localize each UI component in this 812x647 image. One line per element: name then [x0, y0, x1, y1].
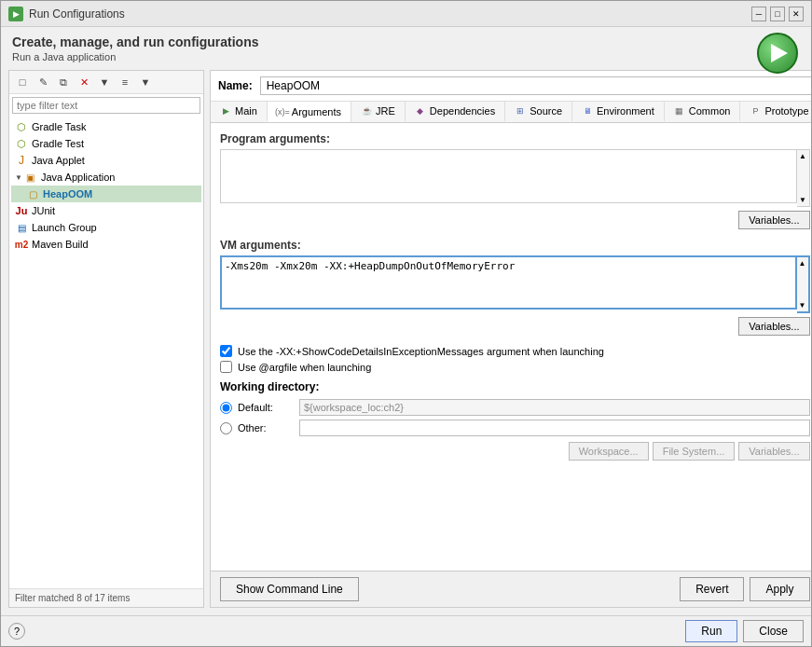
- list-item[interactable]: ⬡ Gradle Task: [11, 118, 201, 135]
- default-radio-row: Default:: [220, 399, 810, 416]
- other-radio[interactable]: [220, 422, 232, 434]
- left-panel: □ ✎ ⧉ ✕ ▼ ≡ ▼ ⬡ Gradle Task ⬡ Gradle Tes…: [8, 70, 204, 608]
- tab-arguments[interactable]: (x)= Arguments: [268, 102, 351, 123]
- list-item[interactable]: Ju JUnit: [11, 202, 201, 219]
- tab-jre[interactable]: ☕ JRE: [351, 102, 406, 122]
- tab-common[interactable]: ▦ Common: [665, 102, 741, 122]
- run-button[interactable]: Run: [685, 620, 737, 642]
- showcode-label: Use the -XX:+ShowCodeDetailsInExceptionM…: [238, 346, 604, 357]
- name-input[interactable]: [260, 76, 811, 95]
- title-bar-left: ▶ Run Configurations: [8, 7, 125, 21]
- run-icon[interactable]: [757, 33, 798, 74]
- delete-button[interactable]: ✕: [75, 73, 93, 91]
- tab-dependencies[interactable]: ◆ Dependencies: [406, 102, 505, 122]
- gradle-icon: ⬡: [15, 120, 28, 133]
- run-configurations-window: ▶ Run Configurations ─ □ ✕ Create, manag…: [0, 0, 812, 647]
- scroll-up-button[interactable]: ▲: [797, 150, 809, 162]
- heap-oom-icon: ▢: [26, 187, 39, 200]
- expand-arrow: ▼: [15, 173, 22, 182]
- tree-item-label: Launch Group: [32, 222, 97, 233]
- tab-source[interactable]: ⊞ Source: [505, 102, 572, 122]
- vm-scroll-up-button[interactable]: ▲: [797, 257, 808, 269]
- help-button[interactable]: ?: [8, 623, 25, 640]
- minimize-button[interactable]: ─: [751, 7, 766, 21]
- right-panel: Name: ▶ Main (x)= Arguments ☕ JRE: [210, 70, 811, 608]
- filter-button[interactable]: ▼: [95, 73, 114, 91]
- default-radio-label: Default:: [238, 402, 294, 413]
- argfile-label: Use @argfile when launching: [238, 362, 371, 373]
- show-command-line-button[interactable]: Show Command Line: [220, 577, 359, 601]
- collapse-button[interactable]: ≡: [116, 73, 134, 91]
- tab-arguments-label: Arguments: [292, 106, 341, 117]
- vm-args-variables-row: Variables...: [220, 317, 810, 336]
- main-tab-icon: ▶: [220, 105, 231, 117]
- name-row: Name:: [211, 71, 811, 102]
- filesystem-button[interactable]: File System...: [653, 442, 736, 461]
- default-dir-input[interactable]: [299, 399, 810, 416]
- window-icon: ▶: [8, 7, 23, 21]
- list-item[interactable]: m2 Maven Build: [11, 236, 201, 253]
- checkbox1-row: Use the -XX:+ShowCodeDetailsInExceptionM…: [220, 345, 810, 357]
- vm-args-label: VM arguments:: [220, 239, 810, 252]
- close-dialog-button[interactable]: Close: [743, 620, 804, 642]
- tab-dependencies-label: Dependencies: [430, 105, 495, 117]
- footer-left: ?: [8, 623, 25, 640]
- list-item[interactable]: ▤ Launch Group: [11, 219, 201, 236]
- argfile-checkbox[interactable]: [220, 361, 232, 373]
- revert-button[interactable]: Revert: [680, 577, 744, 601]
- program-args-variables-row: Variables...: [220, 211, 810, 229]
- maximize-button[interactable]: □: [770, 7, 785, 21]
- right-panel-bottom-bar: Show Command Line Revert Apply: [211, 571, 811, 607]
- showcode-checkbox[interactable]: [220, 345, 232, 357]
- source-tab-icon: ⊞: [515, 105, 526, 117]
- duplicate-button[interactable]: ✎: [34, 73, 52, 91]
- footer-right: Run Close: [685, 620, 804, 642]
- export-button[interactable]: ⧉: [54, 73, 73, 91]
- other-radio-row: Other:: [220, 420, 810, 436]
- list-item[interactable]: ⬡ Gradle Test: [11, 135, 201, 152]
- tab-prototype[interactable]: P Prototype: [740, 102, 811, 122]
- dir-buttons-row: Workspace... File System... Variables...: [220, 442, 810, 461]
- jre-tab-icon: ☕: [361, 105, 372, 117]
- tree-item-label: Gradle Task: [32, 121, 87, 132]
- list-item[interactable]: ▼ ▣ Java Application: [11, 169, 201, 186]
- vm-args-textarea[interactable]: -Xms20m -Xmx20m -XX:+HeapDumpOnOutOfMemo…: [220, 255, 797, 310]
- environment-tab-icon: 🖥: [582, 105, 593, 117]
- program-args-container: ▲ ▼: [220, 149, 810, 207]
- tab-environment[interactable]: 🖥 Environment: [572, 102, 665, 122]
- name-label: Name:: [218, 79, 253, 92]
- vm-args-container: -Xms20m -Xmx20m -XX:+HeapDumpOnOutOfMemo…: [220, 255, 810, 313]
- more-button[interactable]: ▼: [136, 73, 155, 91]
- list-item[interactable]: J Java Applet: [11, 152, 201, 169]
- heap-oom-item[interactable]: ▢ HeapOOM: [11, 186, 201, 202]
- main-content: □ ✎ ⧉ ✕ ▼ ≡ ▼ ⬡ Gradle Task ⬡ Gradle Tes…: [1, 66, 811, 615]
- dir-variables-button[interactable]: Variables...: [738, 442, 809, 461]
- left-toolbar: □ ✎ ⧉ ✕ ▼ ≡ ▼: [9, 71, 203, 94]
- maven-icon: m2: [15, 238, 28, 251]
- common-tab-icon: ▦: [674, 105, 685, 117]
- program-args-textarea[interactable]: [220, 149, 797, 203]
- apply-button[interactable]: Apply: [750, 577, 809, 601]
- tabs-bar: ▶ Main (x)= Arguments ☕ JRE ◆ Dependenci…: [211, 102, 811, 123]
- filter-input[interactable]: [12, 97, 200, 114]
- new-config-button[interactable]: □: [13, 73, 32, 91]
- program-args-variables-button[interactable]: Variables...: [738, 211, 809, 229]
- dialog-footer: ? Run Close: [1, 615, 811, 646]
- workspace-button[interactable]: Workspace...: [569, 442, 649, 461]
- vm-args-variables-button[interactable]: Variables...: [738, 317, 809, 336]
- close-button[interactable]: ✕: [789, 7, 804, 21]
- other-dir-input[interactable]: [299, 420, 810, 436]
- checkbox2-row: Use @argfile when launching: [220, 361, 810, 373]
- vm-scroll-down-button[interactable]: ▼: [797, 299, 808, 311]
- default-radio[interactable]: [220, 402, 232, 414]
- junit-icon: Ju: [15, 204, 28, 217]
- scroll-down-button[interactable]: ▼: [797, 194, 809, 206]
- tab-source-label: Source: [530, 105, 562, 117]
- gradle-test-icon: ⬡: [15, 137, 28, 150]
- tab-main[interactable]: ▶ Main: [211, 102, 268, 122]
- tree-item-label: Gradle Test: [32, 138, 84, 149]
- java-app-icon: ▣: [24, 171, 37, 184]
- program-args-scrollbar: ▲ ▼: [797, 149, 810, 207]
- dependencies-tab-icon: ◆: [415, 105, 426, 117]
- tab-prototype-label: Prototype: [764, 105, 808, 117]
